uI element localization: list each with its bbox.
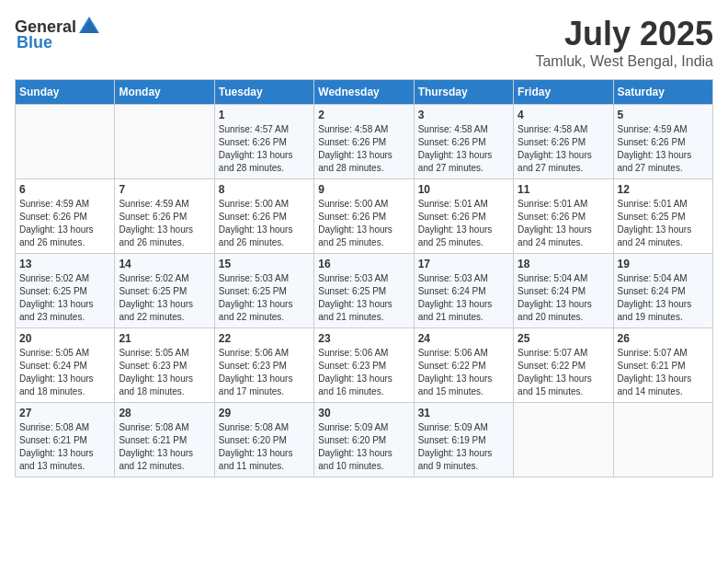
table-row: 12Sunrise: 5:01 AMSunset: 6:25 PMDayligh… (613, 179, 712, 254)
day-info: Sunrise: 4:57 AMSunset: 6:26 PMDaylight:… (219, 123, 310, 175)
daylight-text: Daylight: 13 hours and 19 minutes. (618, 298, 709, 324)
daylight-text: Daylight: 13 hours and 25 minutes. (318, 224, 409, 249)
daylight-text: Daylight: 13 hours and 24 minutes. (618, 224, 709, 249)
table-row: 7Sunrise: 4:59 AMSunset: 6:26 PMDaylight… (115, 179, 214, 254)
day-info: Sunrise: 5:04 AMSunset: 6:24 PMDaylight:… (518, 272, 609, 324)
table-row: 16Sunrise: 5:03 AMSunset: 6:25 PMDayligh… (314, 254, 414, 328)
day-info: Sunrise: 4:58 AMSunset: 6:26 PMDaylight:… (418, 123, 509, 175)
page-header: General Blue July 2025 Tamluk, West Beng… (15, 15, 713, 70)
day-info: Sunrise: 5:07 AMSunset: 6:22 PMDaylight:… (518, 347, 609, 398)
table-row: 5Sunrise: 4:59 AMSunset: 6:26 PMDaylight… (613, 105, 712, 179)
calendar-week-row: 27Sunrise: 5:08 AMSunset: 6:21 PMDayligh… (16, 403, 713, 477)
sunset-text: Sunset: 6:25 PM (318, 285, 409, 298)
sunrise-text: Sunrise: 5:00 AM (219, 198, 310, 211)
sunset-text: Sunset: 6:26 PM (518, 211, 609, 224)
day-number: 11 (518, 183, 609, 196)
day-info: Sunrise: 5:02 AMSunset: 6:25 PMDaylight:… (19, 272, 110, 324)
day-number: 1 (219, 109, 310, 121)
calendar-week-row: 6Sunrise: 4:59 AMSunset: 6:26 PMDaylight… (16, 179, 713, 254)
daylight-text: Daylight: 13 hours and 16 minutes. (318, 373, 409, 398)
calendar-header-row: Sunday Monday Tuesday Wednesday Thursday… (16, 80, 713, 105)
sunset-text: Sunset: 6:22 PM (418, 360, 509, 373)
day-info: Sunrise: 5:01 AMSunset: 6:25 PMDaylight:… (618, 198, 709, 249)
day-number: 16 (318, 258, 409, 270)
day-number: 31 (418, 407, 509, 419)
day-number: 28 (119, 407, 210, 419)
daylight-text: Daylight: 13 hours and 21 minutes. (418, 298, 509, 324)
daylight-text: Daylight: 13 hours and 21 minutes. (318, 298, 409, 324)
sunset-text: Sunset: 6:26 PM (418, 136, 509, 149)
day-number: 12 (618, 183, 709, 196)
day-number: 4 (518, 109, 609, 121)
daylight-text: Daylight: 13 hours and 26 minutes. (119, 224, 210, 249)
table-row: 15Sunrise: 5:03 AMSunset: 6:25 PMDayligh… (214, 254, 313, 328)
day-info: Sunrise: 5:05 AMSunset: 6:24 PMDaylight:… (19, 347, 110, 398)
daylight-text: Daylight: 13 hours and 11 minutes. (219, 447, 310, 473)
daylight-text: Daylight: 13 hours and 27 minutes. (518, 149, 609, 175)
sunrise-text: Sunrise: 5:01 AM (418, 198, 509, 211)
day-number: 30 (318, 407, 409, 419)
table-row: 13Sunrise: 5:02 AMSunset: 6:25 PMDayligh… (16, 254, 115, 328)
table-row: 17Sunrise: 5:03 AMSunset: 6:24 PMDayligh… (414, 254, 513, 328)
daylight-text: Daylight: 13 hours and 13 minutes. (19, 447, 110, 473)
sunset-text: Sunset: 6:26 PM (318, 211, 409, 224)
sunrise-text: Sunrise: 5:02 AM (19, 272, 110, 285)
sunset-text: Sunset: 6:26 PM (219, 211, 310, 224)
col-monday: Monday (115, 80, 214, 105)
table-row: 22Sunrise: 5:06 AMSunset: 6:23 PMDayligh… (214, 328, 313, 403)
sunrise-text: Sunrise: 4:57 AM (219, 123, 310, 136)
day-info: Sunrise: 5:09 AMSunset: 6:19 PMDaylight:… (418, 421, 509, 473)
day-info: Sunrise: 5:01 AMSunset: 6:26 PMDaylight:… (518, 198, 609, 249)
sunrise-text: Sunrise: 5:01 AM (618, 198, 709, 211)
day-number: 3 (418, 109, 509, 121)
day-number: 2 (318, 109, 409, 121)
sunrise-text: Sunrise: 4:58 AM (418, 123, 509, 136)
table-row: 19Sunrise: 5:04 AMSunset: 6:24 PMDayligh… (613, 254, 712, 328)
sunrise-text: Sunrise: 5:08 AM (119, 421, 210, 434)
table-row: 30Sunrise: 5:09 AMSunset: 6:20 PMDayligh… (314, 403, 414, 477)
table-row (613, 403, 712, 477)
daylight-text: Daylight: 13 hours and 26 minutes. (219, 224, 310, 249)
table-row: 1Sunrise: 4:57 AMSunset: 6:26 PMDaylight… (214, 105, 313, 179)
sunrise-text: Sunrise: 5:03 AM (418, 272, 509, 285)
sunset-text: Sunset: 6:25 PM (119, 285, 210, 298)
day-number: 17 (418, 258, 509, 270)
table-row: 21Sunrise: 5:05 AMSunset: 6:23 PMDayligh… (115, 328, 214, 403)
table-row: 18Sunrise: 5:04 AMSunset: 6:24 PMDayligh… (514, 254, 613, 328)
sunrise-text: Sunrise: 5:06 AM (318, 347, 409, 360)
sunrise-text: Sunrise: 5:03 AM (219, 272, 310, 285)
table-row: 8Sunrise: 5:00 AMSunset: 6:26 PMDaylight… (214, 179, 313, 254)
day-number: 7 (119, 183, 210, 196)
day-info: Sunrise: 5:08 AMSunset: 6:21 PMDaylight:… (19, 421, 110, 473)
table-row (115, 105, 214, 179)
daylight-text: Daylight: 13 hours and 27 minutes. (418, 149, 509, 175)
sunrise-text: Sunrise: 5:09 AM (318, 421, 409, 434)
daylight-text: Daylight: 13 hours and 14 minutes. (618, 373, 709, 398)
day-info: Sunrise: 5:04 AMSunset: 6:24 PMDaylight:… (618, 272, 709, 324)
table-row: 23Sunrise: 5:06 AMSunset: 6:23 PMDayligh… (314, 328, 414, 403)
table-row: 31Sunrise: 5:09 AMSunset: 6:19 PMDayligh… (414, 403, 513, 477)
sunset-text: Sunset: 6:23 PM (119, 360, 210, 373)
day-number: 25 (518, 332, 609, 345)
day-number: 10 (418, 183, 509, 196)
sunset-text: Sunset: 6:26 PM (618, 136, 709, 149)
day-number: 14 (119, 258, 210, 270)
day-info: Sunrise: 5:06 AMSunset: 6:22 PMDaylight:… (418, 347, 509, 398)
day-info: Sunrise: 5:03 AMSunset: 6:25 PMDaylight:… (318, 272, 409, 324)
col-thursday: Thursday (414, 80, 513, 105)
daylight-text: Daylight: 13 hours and 9 minutes. (418, 447, 509, 473)
col-friday: Friday (514, 80, 613, 105)
day-number: 24 (418, 332, 509, 345)
table-row: 10Sunrise: 5:01 AMSunset: 6:26 PMDayligh… (414, 179, 513, 254)
daylight-text: Daylight: 13 hours and 15 minutes. (418, 373, 509, 398)
table-row (514, 403, 613, 477)
sunrise-text: Sunrise: 5:00 AM (318, 198, 409, 211)
sunset-text: Sunset: 6:21 PM (19, 434, 110, 447)
sunset-text: Sunset: 6:26 PM (19, 211, 110, 224)
calendar-title: July 2025 (535, 15, 713, 53)
sunrise-text: Sunrise: 5:04 AM (618, 272, 709, 285)
table-row: 14Sunrise: 5:02 AMSunset: 6:25 PMDayligh… (115, 254, 214, 328)
table-row (16, 105, 115, 179)
table-row: 29Sunrise: 5:08 AMSunset: 6:20 PMDayligh… (214, 403, 313, 477)
sunset-text: Sunset: 6:22 PM (518, 360, 609, 373)
